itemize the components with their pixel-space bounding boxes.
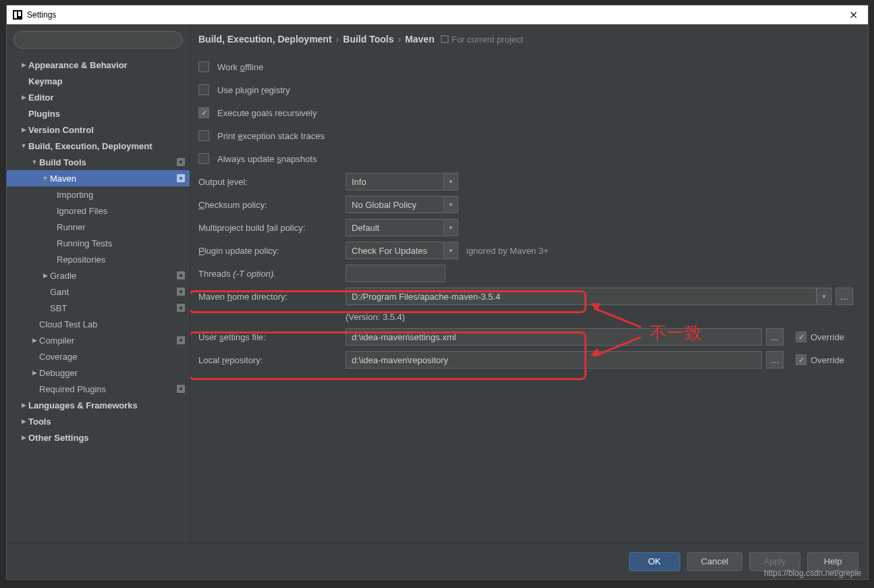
svg-rect-16 bbox=[179, 387, 183, 391]
chevron-down-icon: ▼ bbox=[443, 173, 458, 190]
local-repo-label: Local repository: bbox=[198, 355, 346, 365]
chevron-down-icon: ▼ bbox=[443, 196, 458, 213]
output-level-select[interactable]: Info▼ bbox=[346, 173, 458, 190]
project-badge-icon bbox=[176, 303, 186, 313]
settings-tree: ▶Appearance & Behavior Keymap ▶Editor Pl… bbox=[7, 54, 190, 543]
local-repo-input[interactable]: d:\idea-maven\repository bbox=[346, 351, 762, 369]
tree-lang[interactable]: ▶Languages & Frameworks bbox=[7, 397, 190, 413]
svg-rect-2 bbox=[18, 11, 21, 16]
titlebar: Settings ✕ bbox=[7, 5, 868, 24]
maven-version: (Version: 3.5.4) bbox=[346, 308, 857, 325]
tree-importing[interactable]: Importing bbox=[7, 186, 190, 203]
local-repo-browse[interactable]: … bbox=[766, 351, 784, 369]
svg-rect-6 bbox=[179, 176, 183, 180]
home-browse-button[interactable]: … bbox=[836, 288, 853, 305]
tree-other[interactable]: ▶Other Settings bbox=[7, 429, 190, 446]
cancel-button[interactable]: Cancel bbox=[687, 552, 742, 571]
project-badge-icon bbox=[176, 384, 186, 394]
svg-rect-17 bbox=[441, 36, 448, 43]
project-badge-icon bbox=[176, 157, 186, 167]
checksum-label: Checksum policy: bbox=[198, 200, 346, 210]
tree-appearance[interactable]: ▶Appearance & Behavior bbox=[7, 57, 190, 73]
stacktrace-label: Print exception stack traces bbox=[217, 131, 325, 141]
tree-bed[interactable]: ▼Build, Execution, Deployment bbox=[7, 138, 190, 154]
tree-coverage[interactable]: Coverage bbox=[7, 348, 190, 365]
tree-runner[interactable]: Runner bbox=[7, 219, 190, 235]
svg-rect-4 bbox=[179, 160, 183, 164]
override-label: Override bbox=[811, 355, 844, 365]
tree-debugger[interactable]: ▶Debugger bbox=[7, 365, 190, 381]
override-local-repo-checkbox[interactable]: ✓ bbox=[796, 354, 807, 365]
tree-running-tests[interactable]: Running Tests bbox=[7, 235, 190, 251]
svg-rect-14 bbox=[179, 338, 183, 342]
svg-rect-8 bbox=[179, 273, 183, 277]
use-registry-label: Use plugin registry bbox=[217, 85, 290, 95]
stacktrace-checkbox[interactable] bbox=[198, 130, 209, 141]
output-level-label: Output level: bbox=[198, 177, 346, 187]
chevron-down-icon: ▼ bbox=[443, 219, 458, 236]
work-offline-label: Work offline bbox=[217, 62, 263, 72]
content-panel: Build, Execution, Deployment› Build Tool… bbox=[190, 24, 868, 543]
window-title: Settings bbox=[27, 10, 844, 20]
tree-required[interactable]: Required Plugins bbox=[7, 381, 190, 397]
tree-gant[interactable]: Gant bbox=[7, 284, 190, 300]
app-icon bbox=[12, 9, 23, 20]
watermark: https://blog.csdn.net/grepie bbox=[764, 568, 861, 578]
ok-button[interactable]: OK bbox=[629, 552, 680, 571]
svg-rect-10 bbox=[179, 290, 183, 294]
recursive-label: Execute goals recursively bbox=[217, 108, 317, 118]
tree-build-tools[interactable]: ▼Build Tools bbox=[7, 154, 190, 170]
chevron-down-icon: ▼ bbox=[443, 242, 458, 259]
breadcrumb: Build, Execution, Deployment› Build Tool… bbox=[198, 34, 857, 45]
home-input[interactable]: D:/Program Files/apache-maven-3.5.4 bbox=[346, 288, 817, 305]
multi-select[interactable]: Default▼ bbox=[346, 219, 458, 236]
project-badge-icon bbox=[176, 271, 186, 280]
home-label: Maven home directory: bbox=[198, 292, 346, 302]
project-badge-icon bbox=[176, 336, 186, 345]
tree-gradle[interactable]: ▶Gradle bbox=[7, 267, 190, 284]
tree-keymap[interactable]: Keymap bbox=[7, 73, 190, 89]
sidebar: ⌕ ▶Appearance & Behavior Keymap ▶Editor … bbox=[7, 24, 190, 543]
tree-sbt[interactable]: SBT bbox=[7, 300, 190, 316]
plugin-update-select[interactable]: Check For Updates▼ bbox=[346, 242, 458, 259]
tree-ignored[interactable]: Ignored Files bbox=[7, 203, 190, 219]
threads-label: Threads (-T option). bbox=[198, 269, 346, 279]
recursive-checkbox[interactable]: ✓ bbox=[198, 107, 209, 118]
tree-cloud[interactable]: Cloud Test Lab bbox=[7, 316, 190, 332]
user-settings-label: User settings file: bbox=[198, 332, 346, 342]
use-registry-checkbox[interactable] bbox=[198, 84, 209, 95]
checksum-select[interactable]: No Global Policy▼ bbox=[346, 196, 458, 213]
svg-rect-12 bbox=[179, 306, 183, 310]
project-badge-icon bbox=[176, 173, 186, 183]
snapshots-checkbox[interactable] bbox=[198, 153, 209, 164]
ignored-hint: ignored by Maven 3+ bbox=[466, 246, 549, 256]
close-icon[interactable]: ✕ bbox=[844, 9, 863, 22]
search-input[interactable] bbox=[13, 31, 183, 49]
project-icon bbox=[441, 35, 449, 43]
tree-vcs[interactable]: ▶Version Control bbox=[7, 122, 190, 138]
snapshots-label: Always update snapshots bbox=[217, 154, 317, 164]
settings-dialog: Settings ✕ ⌕ ▶Appearance & Behavior Keym… bbox=[6, 5, 869, 580]
home-dropdown[interactable]: ▼ bbox=[817, 288, 831, 305]
user-settings-browse[interactable]: … bbox=[766, 328, 784, 346]
plugin-update-label: Plugin update policy: bbox=[198, 246, 346, 256]
override-label: Override bbox=[811, 332, 844, 342]
tree-editor[interactable]: ▶Editor bbox=[7, 89, 190, 105]
button-bar: OK Cancel Apply Help https://blog.csdn.n… bbox=[7, 543, 868, 579]
tree-tools[interactable]: ▶Tools bbox=[7, 413, 190, 429]
tree-repos[interactable]: Repositories bbox=[7, 251, 190, 267]
project-badge-icon bbox=[176, 287, 186, 296]
override-user-settings-checkbox[interactable]: ✓ bbox=[796, 331, 807, 342]
user-settings-input[interactable]: d:\idea-maven\settings.xml bbox=[346, 328, 762, 346]
tree-maven[interactable]: ▼Maven bbox=[7, 170, 190, 186]
svg-rect-1 bbox=[14, 11, 17, 18]
threads-input[interactable] bbox=[346, 265, 445, 282]
work-offline-checkbox[interactable] bbox=[198, 61, 209, 72]
tree-plugins[interactable]: Plugins bbox=[7, 105, 190, 122]
tree-compiler[interactable]: ▶Compiler bbox=[7, 332, 190, 348]
multi-label: Multiproject build fail policy: bbox=[198, 223, 346, 233]
